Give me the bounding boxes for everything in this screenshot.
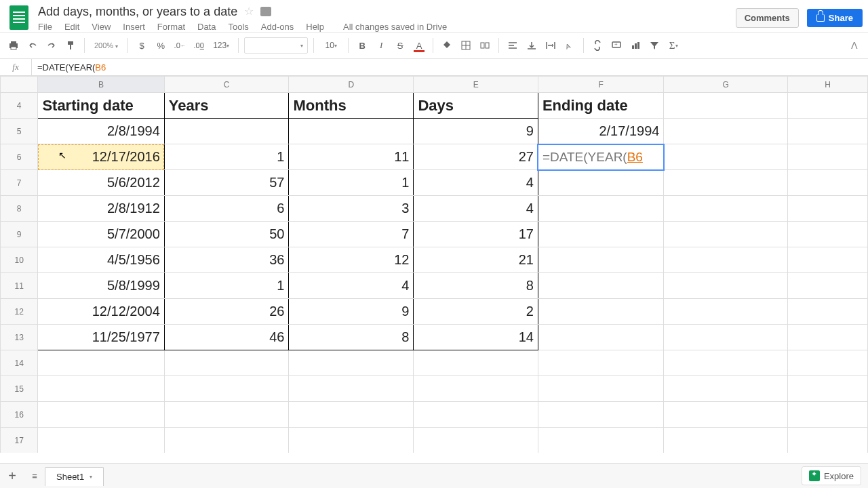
cell[interactable] <box>787 350 867 376</box>
undo-icon[interactable] <box>24 37 41 54</box>
cell[interactable]: 21 <box>414 247 538 273</box>
font-family-select[interactable]: ▾ <box>244 37 308 54</box>
menu-tools[interactable]: Tools <box>228 22 248 32</box>
cell[interactable]: 14 <box>414 325 538 350</box>
link-icon[interactable] <box>589 37 606 54</box>
cell[interactable]: 11/25/1977 <box>38 325 164 350</box>
cell[interactable]: 1 <box>164 144 289 170</box>
cell[interactable] <box>414 428 538 453</box>
cell[interactable] <box>664 222 788 247</box>
cell[interactable] <box>538 350 663 376</box>
cell[interactable]: 12 <box>289 247 414 273</box>
menu-format[interactable]: Format <box>157 22 185 32</box>
cell[interactable] <box>538 402 663 428</box>
cell[interactable]: 1 <box>164 273 289 299</box>
col-header[interactable]: E <box>414 77 538 93</box>
strike-button[interactable]: S <box>392 37 408 54</box>
formula-input[interactable]: =DATE(YEAR(B6 <box>32 62 868 73</box>
cell[interactable] <box>538 325 663 350</box>
cell[interactable]: 5/6/2012 <box>38 170 164 196</box>
cell[interactable] <box>414 350 538 376</box>
row-header[interactable]: 10 <box>1 247 38 273</box>
cell[interactable] <box>664 376 788 402</box>
cell[interactable] <box>787 247 867 273</box>
menu-insert[interactable]: Insert <box>123 22 145 32</box>
cell[interactable]: 12/12/2004 <box>38 299 164 325</box>
cell[interactable]: =DATE(YEAR(B6 <box>538 144 663 170</box>
cell[interactable] <box>787 299 867 325</box>
cell[interactable]: 5/7/2000 <box>38 222 164 247</box>
cell[interactable] <box>787 119 867 144</box>
cell[interactable]: 50 <box>164 222 289 247</box>
sheet-tab[interactable]: Sheet1▾ <box>45 467 104 486</box>
cell[interactable] <box>538 299 663 325</box>
col-header[interactable]: D <box>289 77 414 93</box>
cell[interactable]: 2/8/1994 <box>38 119 164 144</box>
cell[interactable]: 2/17/1994 <box>538 119 663 144</box>
wrap-button[interactable] <box>542 37 559 54</box>
bold-button[interactable]: B <box>354 37 370 54</box>
filter-icon[interactable] <box>646 37 663 54</box>
cell[interactable]: 4/5/1956 <box>38 247 164 273</box>
halign-button[interactable] <box>505 37 521 54</box>
menu-file[interactable]: File <box>38 22 52 32</box>
cell[interactable] <box>538 273 663 299</box>
row-header[interactable]: 11 <box>1 273 38 299</box>
cell[interactable]: 9 <box>289 299 414 325</box>
cell[interactable]: Days <box>414 93 538 119</box>
menu-view[interactable]: View <box>92 22 111 32</box>
cell[interactable]: 11 <box>289 144 414 170</box>
collapse-toolbar-icon[interactable]: ᐱ <box>846 37 863 54</box>
add-sheet-button[interactable]: + <box>0 468 24 484</box>
select-all-cell[interactable] <box>1 77 38 93</box>
decrease-decimal-button[interactable]: .0← <box>172 37 188 54</box>
cell[interactable] <box>538 247 663 273</box>
col-header[interactable]: F <box>538 77 663 93</box>
cell[interactable] <box>664 428 788 453</box>
menu-help[interactable]: Help <box>306 22 324 32</box>
row-header[interactable]: 17 <box>1 428 38 453</box>
cell[interactable] <box>664 247 788 273</box>
rotate-button[interactable]: A <box>561 37 578 54</box>
percent-button[interactable]: % <box>153 37 169 54</box>
text-color-button[interactable]: A <box>411 37 427 54</box>
cell[interactable]: 9 <box>414 119 538 144</box>
cell[interactable] <box>787 325 867 350</box>
cell[interactable] <box>664 350 788 376</box>
borders-button[interactable] <box>458 37 474 54</box>
cell[interactable] <box>787 144 867 170</box>
cell[interactable] <box>289 350 414 376</box>
row-header[interactable]: 4 <box>1 93 38 119</box>
cell[interactable] <box>664 402 788 428</box>
cell[interactable]: 4 <box>289 273 414 299</box>
currency-button[interactable]: $ <box>134 37 150 54</box>
cell[interactable] <box>787 402 867 428</box>
row-header[interactable]: 7 <box>1 170 38 196</box>
folder-icon[interactable] <box>260 7 271 16</box>
cell[interactable]: 17 <box>414 222 538 247</box>
cell[interactable] <box>164 119 289 144</box>
cell[interactable] <box>289 376 414 402</box>
cell[interactable]: 2/8/1912 <box>38 196 164 222</box>
cell[interactable]: Months <box>289 93 414 119</box>
cell[interactable] <box>664 325 788 350</box>
doc-title[interactable]: Add days, months, or years to a date <box>38 4 237 19</box>
col-header[interactable]: C <box>164 77 289 93</box>
cell[interactable]: 46 <box>164 325 289 350</box>
zoom-select[interactable]: 200% ▾ <box>90 41 122 49</box>
font-size-input[interactable]: 10 ▾ <box>319 37 342 54</box>
cell[interactable] <box>164 350 289 376</box>
row-header[interactable]: 8 <box>1 196 38 222</box>
share-button[interactable]: Share <box>807 9 863 27</box>
menu-data[interactable]: Data <box>197 22 216 32</box>
cell[interactable]: 7 <box>289 222 414 247</box>
cell[interactable]: 1 <box>289 170 414 196</box>
cell[interactable] <box>538 222 663 247</box>
cell[interactable]: 5/8/1999 <box>38 273 164 299</box>
cell[interactable] <box>414 376 538 402</box>
redo-icon[interactable] <box>43 37 60 54</box>
cell[interactable] <box>164 428 289 453</box>
cell[interactable] <box>664 273 788 299</box>
cell[interactable]: 6 <box>164 196 289 222</box>
cell[interactable] <box>164 402 289 428</box>
